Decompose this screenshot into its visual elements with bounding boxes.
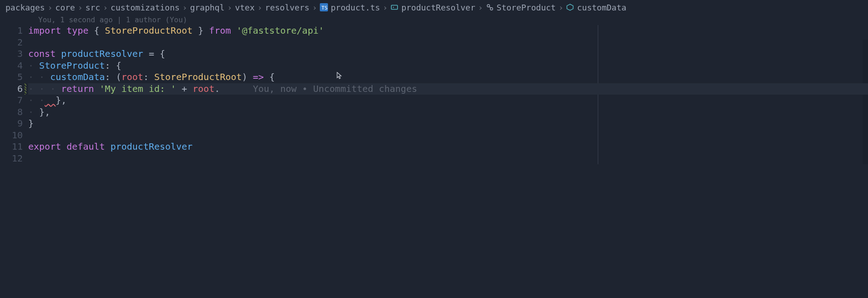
gitlens-file-blame: You, 1 second ago | 1 author (You) bbox=[0, 15, 868, 25]
tok-keyword: return bbox=[61, 83, 94, 94]
tok-string: '@faststore/api' bbox=[237, 25, 324, 36]
breadcrumb-item[interactable]: resolvers bbox=[265, 3, 310, 12]
tok-punct: . bbox=[214, 83, 220, 94]
code-line[interactable]: · StoreProduct: { bbox=[28, 60, 868, 72]
tok-keyword: const bbox=[28, 48, 56, 59]
breadcrumb-separator: › bbox=[78, 3, 83, 12]
tok-keyword: default bbox=[66, 141, 105, 152]
line-number: 8 bbox=[0, 106, 23, 118]
git-modified-gutter-icon bbox=[25, 83, 26, 95]
code-line[interactable] bbox=[28, 130, 868, 141]
breadcrumb-label: core bbox=[56, 3, 75, 12]
tok-keyword: import bbox=[28, 25, 61, 36]
line-number: 6 bbox=[0, 83, 23, 95]
breadcrumb-item[interactable]: customData bbox=[566, 3, 626, 12]
tok-punct: { bbox=[269, 71, 275, 82]
breadcrumb-label: customData bbox=[577, 3, 626, 12]
indent-guide: · bbox=[28, 60, 34, 71]
line-number: 9 bbox=[0, 118, 23, 130]
symbol-class-icon bbox=[486, 3, 494, 11]
code-area[interactable]: import type { StoreProductRoot } from '@… bbox=[28, 25, 868, 164]
indent-guide: · · · bbox=[28, 83, 56, 94]
tok-punct: { bbox=[94, 25, 100, 36]
breadcrumb-item[interactable]: packages bbox=[5, 3, 45, 12]
error-squiggle bbox=[45, 95, 56, 106]
tok-type: StoreProductRoot bbox=[154, 71, 242, 82]
svg-point-4 bbox=[487, 5, 490, 7]
symbol-variable-icon bbox=[390, 3, 399, 11]
breadcrumb-label: customizations bbox=[111, 3, 180, 12]
tok-identifier: productResolver bbox=[61, 48, 143, 59]
tok-punct: : bbox=[105, 60, 111, 71]
breadcrumb-label: product.ts bbox=[331, 3, 380, 12]
breadcrumb-item[interactable]: customizations bbox=[111, 3, 180, 12]
line-number: 10 bbox=[0, 130, 23, 141]
code-line[interactable]: export default productResolver bbox=[28, 141, 868, 153]
line-number: 2 bbox=[0, 37, 23, 49]
tok-type: StoreProductRoot bbox=[105, 25, 193, 36]
svg-text:TS: TS bbox=[321, 5, 328, 11]
tok-punct: : bbox=[105, 71, 111, 82]
line-number: 12 bbox=[0, 153, 23, 165]
code-line[interactable]: const productResolver = { bbox=[28, 48, 868, 60]
tok-param: root bbox=[121, 71, 143, 82]
line-number-gutter: 1 2 3 4 5 6 7 8 9 10 11 12 bbox=[0, 25, 28, 164]
line-number: 3 bbox=[0, 48, 23, 60]
line-number: 1 bbox=[0, 25, 23, 37]
tok-operator: + bbox=[182, 83, 187, 94]
code-line-current[interactable]: · · · return 'My item id: ' + root. You,… bbox=[28, 83, 868, 95]
code-line[interactable] bbox=[28, 153, 868, 165]
tok-punct: }, bbox=[39, 106, 50, 117]
tok-identifier: productResolver bbox=[111, 141, 193, 152]
breadcrumb-item[interactable]: vtex bbox=[235, 3, 254, 12]
breadcrumb-label: StoreProduct bbox=[497, 3, 556, 12]
breadcrumb-item[interactable]: productResolver bbox=[390, 3, 475, 12]
breadcrumb-label: graphql bbox=[190, 3, 225, 12]
tok-property: customData bbox=[50, 71, 105, 82]
breadcrumb-label: resolvers bbox=[265, 3, 310, 12]
tok-keyword: from bbox=[209, 25, 231, 36]
tok-punct: }, bbox=[56, 95, 66, 106]
line-number: 5 bbox=[0, 71, 23, 83]
ts-file-icon: TS bbox=[320, 3, 328, 11]
tok-punct: { bbox=[116, 60, 121, 71]
breadcrumb-item[interactable]: core bbox=[56, 3, 75, 12]
breadcrumb-item[interactable]: StoreProduct bbox=[486, 3, 556, 12]
breadcrumb-label: productResolver bbox=[401, 3, 475, 12]
breadcrumb-separator: › bbox=[559, 3, 564, 12]
breadcrumb-item[interactable]: graphql bbox=[190, 3, 225, 12]
indent-guide: · · bbox=[28, 95, 45, 106]
indent-guide: · bbox=[28, 106, 34, 117]
tok-keyword: type bbox=[66, 25, 88, 36]
line-number: 7 bbox=[0, 95, 23, 106]
breadcrumb-label: src bbox=[86, 3, 101, 12]
code-line[interactable]: } bbox=[28, 118, 868, 130]
breadcrumb-label: packages bbox=[5, 3, 45, 12]
breadcrumb-separator: › bbox=[48, 3, 53, 12]
tok-punct: } bbox=[28, 118, 34, 129]
indent-guide: · · bbox=[28, 71, 45, 82]
tok-arrow: => bbox=[253, 71, 264, 82]
tok-identifier: root bbox=[192, 83, 214, 94]
breadcrumb-separator: › bbox=[103, 3, 108, 12]
editor[interactable]: 1 2 3 4 5 6 7 8 9 10 11 12 import type {… bbox=[0, 25, 868, 164]
breadcrumb-label: vtex bbox=[235, 3, 254, 12]
code-line[interactable]: · · }, bbox=[28, 95, 868, 106]
tok-keyword: export bbox=[28, 141, 61, 152]
code-line[interactable]: import type { StoreProductRoot } from '@… bbox=[28, 25, 868, 37]
tok-punct: ( bbox=[116, 71, 121, 82]
tok-punct: ) bbox=[242, 71, 247, 82]
code-line[interactable]: · · customData: (root: StoreProductRoot)… bbox=[28, 71, 868, 83]
breadcrumb-separator: › bbox=[478, 3, 483, 12]
tok-punct: { bbox=[160, 48, 165, 59]
tok-punct: : bbox=[143, 71, 149, 82]
svg-line-6 bbox=[489, 7, 490, 8]
breadcrumb-item[interactable]: TS product.ts bbox=[320, 3, 380, 12]
code-line[interactable]: · }, bbox=[28, 106, 868, 118]
breadcrumb-separator: › bbox=[257, 3, 262, 12]
symbol-field-icon bbox=[566, 3, 574, 11]
svg-point-5 bbox=[490, 8, 492, 10]
breadcrumb-separator: › bbox=[182, 3, 187, 12]
code-line[interactable] bbox=[28, 37, 868, 49]
breadcrumb-item[interactable]: src bbox=[86, 3, 101, 12]
